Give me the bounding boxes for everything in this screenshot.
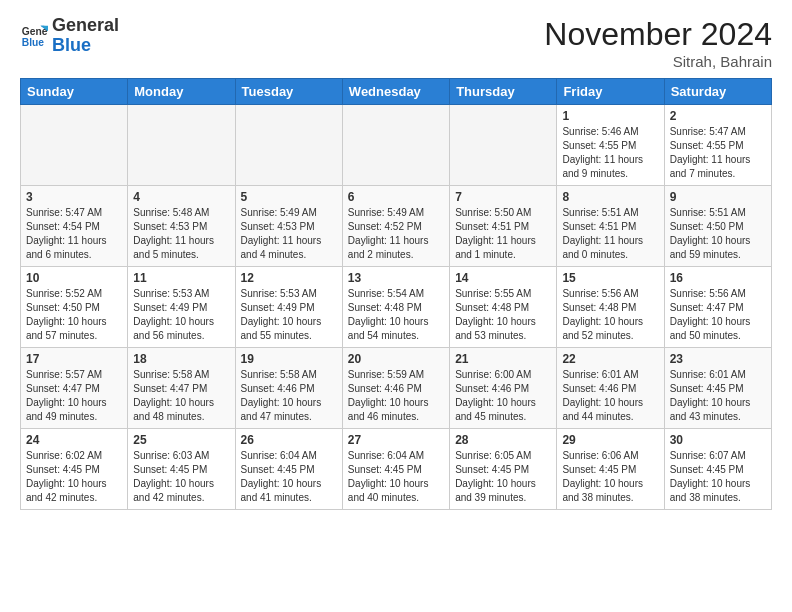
page: General Blue General Blue November 2024 … — [0, 0, 792, 526]
calendar-cell: 27Sunrise: 6:04 AMSunset: 4:45 PMDayligh… — [342, 429, 449, 510]
calendar-week-row: 17Sunrise: 5:57 AMSunset: 4:47 PMDayligh… — [21, 348, 772, 429]
day-info: Sunrise: 6:04 AMSunset: 4:45 PMDaylight:… — [348, 449, 444, 505]
day-info: Sunrise: 5:51 AMSunset: 4:50 PMDaylight:… — [670, 206, 766, 262]
day-number: 12 — [241, 271, 337, 285]
day-number: 23 — [670, 352, 766, 366]
calendar-cell: 11Sunrise: 5:53 AMSunset: 4:49 PMDayligh… — [128, 267, 235, 348]
calendar-week-row: 3Sunrise: 5:47 AMSunset: 4:54 PMDaylight… — [21, 186, 772, 267]
calendar-cell: 13Sunrise: 5:54 AMSunset: 4:48 PMDayligh… — [342, 267, 449, 348]
day-info: Sunrise: 6:04 AMSunset: 4:45 PMDaylight:… — [241, 449, 337, 505]
calendar-cell: 6Sunrise: 5:49 AMSunset: 4:52 PMDaylight… — [342, 186, 449, 267]
svg-text:Blue: Blue — [22, 37, 45, 48]
day-info: Sunrise: 5:49 AMSunset: 4:52 PMDaylight:… — [348, 206, 444, 262]
calendar-week-row: 24Sunrise: 6:02 AMSunset: 4:45 PMDayligh… — [21, 429, 772, 510]
day-number: 14 — [455, 271, 551, 285]
calendar-cell — [21, 105, 128, 186]
day-info: Sunrise: 6:03 AMSunset: 4:45 PMDaylight:… — [133, 449, 229, 505]
calendar-cell: 4Sunrise: 5:48 AMSunset: 4:53 PMDaylight… — [128, 186, 235, 267]
calendar-week-row: 10Sunrise: 5:52 AMSunset: 4:50 PMDayligh… — [21, 267, 772, 348]
day-number: 17 — [26, 352, 122, 366]
day-number: 30 — [670, 433, 766, 447]
calendar-cell: 2Sunrise: 5:47 AMSunset: 4:55 PMDaylight… — [664, 105, 771, 186]
day-number: 20 — [348, 352, 444, 366]
day-info: Sunrise: 5:46 AMSunset: 4:55 PMDaylight:… — [562, 125, 658, 181]
day-number: 16 — [670, 271, 766, 285]
calendar-cell: 12Sunrise: 5:53 AMSunset: 4:49 PMDayligh… — [235, 267, 342, 348]
calendar-cell — [342, 105, 449, 186]
day-number: 4 — [133, 190, 229, 204]
day-info: Sunrise: 5:49 AMSunset: 4:53 PMDaylight:… — [241, 206, 337, 262]
day-info: Sunrise: 5:48 AMSunset: 4:53 PMDaylight:… — [133, 206, 229, 262]
logo-general-text: General — [52, 16, 119, 36]
day-number: 11 — [133, 271, 229, 285]
day-number: 28 — [455, 433, 551, 447]
day-number: 22 — [562, 352, 658, 366]
calendar-cell: 25Sunrise: 6:03 AMSunset: 4:45 PMDayligh… — [128, 429, 235, 510]
weekday-header-wednesday: Wednesday — [342, 79, 449, 105]
day-number: 8 — [562, 190, 658, 204]
day-info: Sunrise: 5:58 AMSunset: 4:47 PMDaylight:… — [133, 368, 229, 424]
calendar-cell: 15Sunrise: 5:56 AMSunset: 4:48 PMDayligh… — [557, 267, 664, 348]
day-number: 9 — [670, 190, 766, 204]
calendar-cell: 29Sunrise: 6:06 AMSunset: 4:45 PMDayligh… — [557, 429, 664, 510]
day-number: 3 — [26, 190, 122, 204]
day-info: Sunrise: 6:06 AMSunset: 4:45 PMDaylight:… — [562, 449, 658, 505]
day-info: Sunrise: 6:00 AMSunset: 4:46 PMDaylight:… — [455, 368, 551, 424]
calendar-cell: 10Sunrise: 5:52 AMSunset: 4:50 PMDayligh… — [21, 267, 128, 348]
day-info: Sunrise: 5:53 AMSunset: 4:49 PMDaylight:… — [133, 287, 229, 343]
day-number: 24 — [26, 433, 122, 447]
logo-blue-text: Blue — [52, 35, 91, 55]
day-number: 26 — [241, 433, 337, 447]
day-info: Sunrise: 5:53 AMSunset: 4:49 PMDaylight:… — [241, 287, 337, 343]
weekday-header-thursday: Thursday — [450, 79, 557, 105]
day-number: 15 — [562, 271, 658, 285]
calendar-cell: 16Sunrise: 5:56 AMSunset: 4:47 PMDayligh… — [664, 267, 771, 348]
month-title: November 2024 — [544, 16, 772, 53]
day-info: Sunrise: 5:59 AMSunset: 4:46 PMDaylight:… — [348, 368, 444, 424]
calendar-cell: 30Sunrise: 6:07 AMSunset: 4:45 PMDayligh… — [664, 429, 771, 510]
calendar-cell — [450, 105, 557, 186]
logo-icon: General Blue — [20, 22, 48, 50]
day-info: Sunrise: 5:47 AMSunset: 4:54 PMDaylight:… — [26, 206, 122, 262]
day-info: Sunrise: 5:47 AMSunset: 4:55 PMDaylight:… — [670, 125, 766, 181]
calendar-cell: 22Sunrise: 6:01 AMSunset: 4:46 PMDayligh… — [557, 348, 664, 429]
day-info: Sunrise: 5:50 AMSunset: 4:51 PMDaylight:… — [455, 206, 551, 262]
calendar-week-row: 1Sunrise: 5:46 AMSunset: 4:55 PMDaylight… — [21, 105, 772, 186]
calendar-cell — [128, 105, 235, 186]
location: Sitrah, Bahrain — [544, 53, 772, 70]
day-info: Sunrise: 5:56 AMSunset: 4:48 PMDaylight:… — [562, 287, 658, 343]
day-info: Sunrise: 5:55 AMSunset: 4:48 PMDaylight:… — [455, 287, 551, 343]
day-info: Sunrise: 5:58 AMSunset: 4:46 PMDaylight:… — [241, 368, 337, 424]
calendar-cell: 24Sunrise: 6:02 AMSunset: 4:45 PMDayligh… — [21, 429, 128, 510]
day-number: 10 — [26, 271, 122, 285]
calendar-cell: 1Sunrise: 5:46 AMSunset: 4:55 PMDaylight… — [557, 105, 664, 186]
day-info: Sunrise: 6:05 AMSunset: 4:45 PMDaylight:… — [455, 449, 551, 505]
day-number: 18 — [133, 352, 229, 366]
calendar-cell — [235, 105, 342, 186]
day-info: Sunrise: 6:01 AMSunset: 4:45 PMDaylight:… — [670, 368, 766, 424]
day-info: Sunrise: 5:57 AMSunset: 4:47 PMDaylight:… — [26, 368, 122, 424]
calendar-cell: 7Sunrise: 5:50 AMSunset: 4:51 PMDaylight… — [450, 186, 557, 267]
calendar-cell: 5Sunrise: 5:49 AMSunset: 4:53 PMDaylight… — [235, 186, 342, 267]
logo: General Blue General Blue — [20, 16, 119, 56]
day-info: Sunrise: 6:02 AMSunset: 4:45 PMDaylight:… — [26, 449, 122, 505]
day-number: 13 — [348, 271, 444, 285]
calendar-cell: 19Sunrise: 5:58 AMSunset: 4:46 PMDayligh… — [235, 348, 342, 429]
day-number: 19 — [241, 352, 337, 366]
day-info: Sunrise: 5:54 AMSunset: 4:48 PMDaylight:… — [348, 287, 444, 343]
calendar-cell: 9Sunrise: 5:51 AMSunset: 4:50 PMDaylight… — [664, 186, 771, 267]
calendar-cell: 20Sunrise: 5:59 AMSunset: 4:46 PMDayligh… — [342, 348, 449, 429]
calendar: SundayMondayTuesdayWednesdayThursdayFrid… — [20, 78, 772, 510]
calendar-header-row: SundayMondayTuesdayWednesdayThursdayFrid… — [21, 79, 772, 105]
day-number: 21 — [455, 352, 551, 366]
header: General Blue General Blue November 2024 … — [20, 16, 772, 70]
weekday-header-tuesday: Tuesday — [235, 79, 342, 105]
calendar-cell: 17Sunrise: 5:57 AMSunset: 4:47 PMDayligh… — [21, 348, 128, 429]
calendar-cell: 23Sunrise: 6:01 AMSunset: 4:45 PMDayligh… — [664, 348, 771, 429]
calendar-cell: 8Sunrise: 5:51 AMSunset: 4:51 PMDaylight… — [557, 186, 664, 267]
day-info: Sunrise: 6:01 AMSunset: 4:46 PMDaylight:… — [562, 368, 658, 424]
day-number: 5 — [241, 190, 337, 204]
calendar-cell: 26Sunrise: 6:04 AMSunset: 4:45 PMDayligh… — [235, 429, 342, 510]
calendar-cell: 14Sunrise: 5:55 AMSunset: 4:48 PMDayligh… — [450, 267, 557, 348]
calendar-cell: 3Sunrise: 5:47 AMSunset: 4:54 PMDaylight… — [21, 186, 128, 267]
